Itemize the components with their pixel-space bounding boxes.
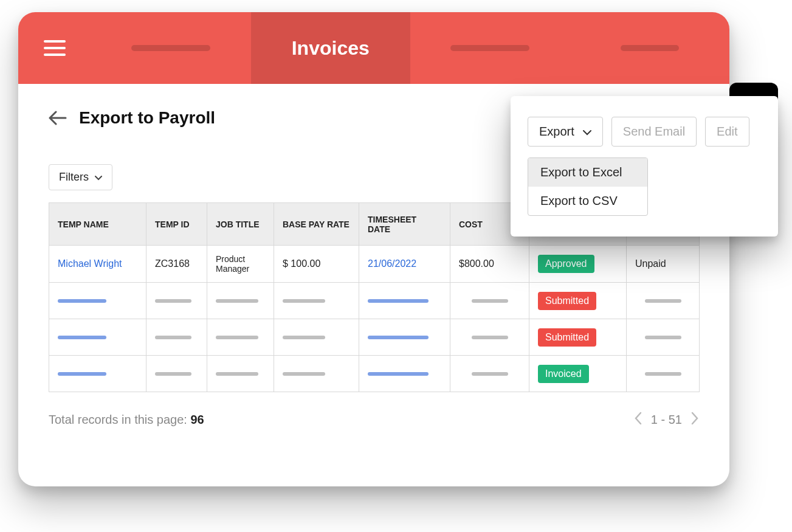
edit-button[interactable]: Edit <box>705 117 749 147</box>
page-title: Export to Payroll <box>79 108 215 128</box>
filters-button[interactable]: Filters <box>49 164 112 190</box>
filters-label: Filters <box>59 171 89 184</box>
status-badge: Approved <box>538 255 594 273</box>
col-job-title: JOB TITLE <box>207 203 274 246</box>
total-records-count: 96 <box>190 413 204 426</box>
placeholder <box>216 299 258 303</box>
export-csv-item[interactable]: Export to CSV <box>528 187 647 215</box>
table-row: Submitted <box>49 283 700 319</box>
placeholder <box>283 299 325 303</box>
tab-placeholder-3[interactable] <box>570 12 730 84</box>
pager-next-icon[interactable] <box>690 412 699 428</box>
cell-cost: $800.00 <box>450 246 529 283</box>
table-row: Submitted <box>49 319 700 356</box>
placeholder <box>283 336 325 339</box>
status-badge: Submitted <box>538 328 596 347</box>
placeholder-link[interactable] <box>58 372 106 376</box>
edit-label: Edit <box>717 125 737 139</box>
table-row: Michael Wright ZC3168 Product Manager $ … <box>49 246 700 283</box>
action-panel: Export Send Email Edit Export to Excel E… <box>511 96 778 237</box>
table-row: Invoiced <box>49 356 700 392</box>
cell-job-title: Product Manager <box>207 246 274 283</box>
cell-base-pay: $ 100.00 <box>274 246 359 283</box>
placeholder-link[interactable] <box>368 336 429 339</box>
placeholder <box>472 299 508 303</box>
placeholder <box>155 336 191 339</box>
cell-paid-status: Unpaid <box>627 246 700 283</box>
pager-range: 1 - 51 <box>651 413 682 427</box>
pager: 1 - 51 <box>634 412 699 428</box>
back-arrow-icon[interactable] <box>49 109 67 127</box>
export-label: Export <box>539 125 574 139</box>
tab-placeholder-1[interactable] <box>91 12 251 84</box>
placeholder-link[interactable] <box>368 372 429 376</box>
chevron-down-icon <box>583 125 591 139</box>
placeholder <box>216 336 258 339</box>
footer-row: Total records in this page: 96 1 - 51 <box>49 412 699 428</box>
total-records: Total records in this page: 96 <box>49 413 204 427</box>
temp-name-link[interactable]: Michael Wright <box>58 258 122 269</box>
tab-placeholder-2[interactable] <box>410 12 570 84</box>
timesheet-date-link[interactable]: 21/06/2022 <box>368 258 416 269</box>
placeholder <box>216 372 258 376</box>
placeholder <box>155 299 191 303</box>
chevron-down-icon <box>95 171 102 184</box>
col-base-pay: BASE PAY RATE <box>274 203 359 246</box>
cell-temp-id: ZC3168 <box>146 246 207 283</box>
placeholder-link[interactable] <box>368 299 429 303</box>
placeholder <box>645 336 681 339</box>
topbar: Invoices <box>18 12 729 84</box>
export-excel-item[interactable]: Export to Excel <box>528 158 647 187</box>
menu-icon[interactable] <box>44 40 66 56</box>
placeholder-link[interactable] <box>58 299 106 303</box>
status-badge: Submitted <box>538 292 596 310</box>
send-email-button[interactable]: Send Email <box>611 117 697 147</box>
placeholder <box>155 372 191 376</box>
col-timesheet-date: TIMESHEET DATE <box>359 203 450 246</box>
placeholder <box>472 336 508 339</box>
tab-invoices[interactable]: Invoices <box>251 12 411 84</box>
placeholder <box>645 372 681 376</box>
placeholder <box>645 299 681 303</box>
status-badge: Invoiced <box>538 365 589 383</box>
export-button[interactable]: Export <box>528 117 603 147</box>
export-dropdown: Export to Excel Export to CSV <box>528 157 648 216</box>
col-temp-id: TEMP ID <box>146 203 207 246</box>
total-records-label: Total records in this page: <box>49 413 190 426</box>
pager-prev-icon[interactable] <box>634 412 642 428</box>
placeholder <box>283 372 325 376</box>
col-temp-name: TEMP NAME <box>49 203 146 246</box>
send-email-label: Send Email <box>623 125 685 139</box>
placeholder-link[interactable] <box>58 336 106 339</box>
placeholder <box>472 372 508 376</box>
app-window: Invoices Export to Payroll Filters <box>18 12 729 486</box>
tabset: Invoices <box>91 12 729 84</box>
